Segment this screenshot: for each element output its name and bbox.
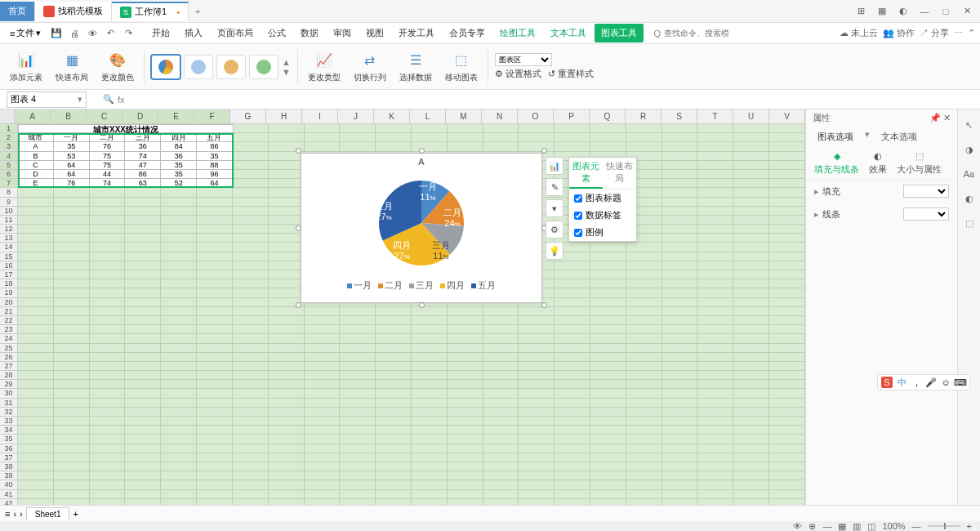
cell[interactable] [697,316,733,325]
row-header[interactable]: 37 [0,453,18,462]
cell[interactable] [769,170,805,179]
cell[interactable]: B [18,152,54,161]
cell[interactable] [125,480,161,489]
cell[interactable] [269,399,305,408]
cell[interactable] [769,444,805,453]
col-header[interactable]: Q [590,109,626,123]
popup-tab-elements[interactable]: 图表元素 [569,158,603,189]
rail-style-icon[interactable]: Aa [962,167,977,181]
cell[interactable] [697,389,733,398]
cell[interactable] [269,142,305,151]
cell[interactable] [662,371,698,380]
cell[interactable] [412,124,448,133]
cell[interactable] [269,161,305,170]
mtab-dev[interactable]: 开发工具 [392,24,441,42]
cell[interactable] [161,444,197,453]
ime-punct-icon[interactable]: ， [911,377,922,388]
cell[interactable] [376,334,412,343]
cell[interactable] [769,188,805,197]
cell[interactable] [161,453,197,462]
cell[interactable] [197,399,233,408]
cell[interactable] [448,362,483,371]
cell[interactable] [161,462,197,471]
share-button[interactable]: ↗ 分享 [920,27,949,39]
props-tab-chart[interactable]: 图表选项 [813,129,858,145]
cell[interactable] [340,353,376,362]
cell[interactable] [733,325,769,334]
cell[interactable] [483,353,519,362]
cell[interactable] [412,362,448,371]
cell[interactable] [376,435,412,444]
cell[interactable] [269,344,305,353]
mtab-start[interactable]: 开始 [145,24,176,42]
cell[interactable] [305,453,341,462]
row-header[interactable]: 28 [0,371,18,380]
cell[interactable] [340,371,376,380]
cell[interactable] [626,444,662,453]
cell[interactable]: 36 [161,152,197,161]
cell[interactable] [590,252,626,261]
cell[interactable] [54,480,90,489]
cell[interactable]: 76 [90,142,126,151]
line-select[interactable] [903,207,949,221]
props-effects[interactable]: ◐效果 [869,151,887,176]
cell[interactable] [626,261,662,270]
cell[interactable] [197,270,233,279]
col-header[interactable]: C [87,109,122,123]
cell[interactable] [769,279,805,288]
cell[interactable] [697,371,733,380]
cell[interactable] [90,225,126,234]
cell[interactable] [269,389,305,398]
cell[interactable] [18,216,54,225]
cell[interactable] [733,490,769,499]
skin-icon[interactable]: ◐ [893,3,913,20]
cell[interactable] [125,462,161,471]
cell[interactable] [555,344,590,353]
cell[interactable] [769,417,805,426]
cell[interactable] [161,270,197,279]
cell[interactable] [483,417,519,426]
cell[interactable] [269,334,305,343]
cell[interactable]: D [18,170,54,179]
cell[interactable] [125,288,161,297]
mtab-review[interactable]: 审阅 [327,24,358,42]
cell[interactable] [305,444,341,453]
cell[interactable] [626,353,662,362]
row-header[interactable]: 8 [0,188,18,197]
cell[interactable] [197,444,233,453]
cell[interactable] [233,252,269,261]
cell[interactable] [733,334,769,343]
chart-settings-button[interactable]: ⚙ [546,221,564,239]
cell[interactable] [448,389,483,398]
cell[interactable] [448,142,483,151]
cell[interactable] [448,380,483,389]
save-icon[interactable]: 💾 [49,26,64,41]
cell[interactable] [448,316,483,325]
row-header[interactable]: 34 [0,426,18,435]
cell[interactable] [197,252,233,261]
coop-button[interactable]: 👥 协作 [883,27,915,39]
cell[interactable] [18,198,54,207]
sheet-menu-icon[interactable]: ≡ [5,509,10,519]
cell[interactable] [626,325,662,334]
cell[interactable] [662,462,698,471]
cell[interactable] [519,462,555,471]
cell[interactable] [161,261,197,270]
cell[interactable] [769,207,805,216]
cell[interactable] [555,480,590,489]
cell[interactable] [269,124,305,133]
cell[interactable] [305,334,341,343]
cell[interactable] [233,334,269,343]
cell[interactable] [305,490,341,499]
grid-icon[interactable]: ▦ [872,3,892,20]
cell[interactable] [519,344,555,353]
legend-item[interactable]: 一月 [347,279,372,292]
cell[interactable] [733,243,769,252]
cell[interactable] [233,344,269,353]
cell[interactable] [90,316,126,325]
cell[interactable] [662,325,698,334]
cell[interactable] [54,270,90,279]
cell[interactable] [340,444,376,453]
cell[interactable] [376,417,412,426]
cell[interactable] [197,344,233,353]
